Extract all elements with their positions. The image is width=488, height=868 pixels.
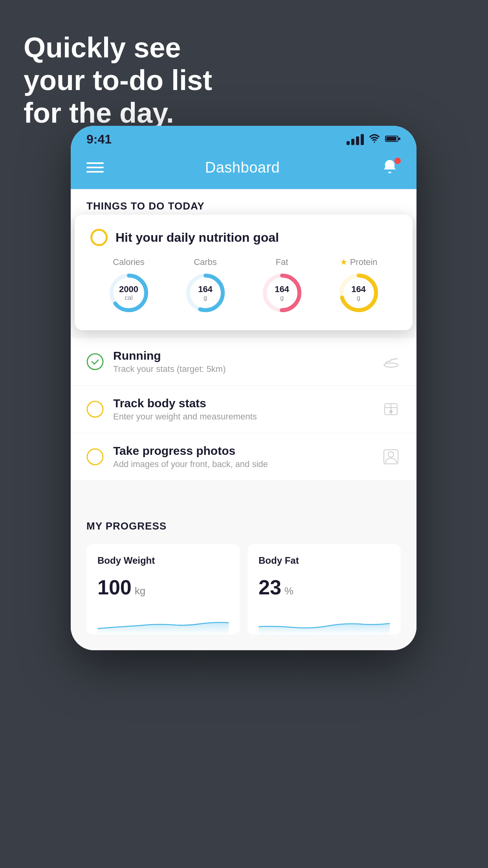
calories-value: 2000 — [119, 284, 138, 294]
body-fat-chart — [259, 611, 390, 634]
macro-carbs: Carbs 164 g — [184, 257, 227, 314]
body-weight-chart — [97, 611, 229, 634]
body-fat-unit: % — [284, 585, 294, 597]
calories-donut: 2000 cal — [107, 271, 150, 314]
nutrition-title: Hit your daily nutrition goal — [116, 230, 279, 245]
protein-value: 164 — [351, 284, 366, 294]
macro-carbs-label: Carbs — [194, 257, 217, 267]
status-icons — [347, 133, 401, 145]
macro-protein: ★ Protein 164 g — [337, 257, 380, 314]
body-weight-card-title: Body Weight — [97, 555, 229, 566]
macro-calories-label: Calories — [113, 257, 145, 267]
spacer — [71, 481, 416, 500]
photos-subtitle: Add images of your front, back, and side — [113, 459, 372, 469]
svg-point-19 — [87, 449, 103, 465]
fat-donut: 164 g — [261, 271, 304, 314]
person-icon — [381, 447, 401, 467]
macros-row: Calories 2000 cal — [90, 257, 397, 314]
body-weight-unit: kg — [135, 585, 145, 597]
body-weight-value: 100 — [97, 576, 132, 599]
hamburger-button[interactable] — [86, 162, 104, 173]
headline: Quickly see your to-do list for the day. — [24, 31, 212, 129]
signal-icon — [347, 134, 364, 145]
body-stats-check-circle[interactable] — [86, 401, 104, 418]
svg-rect-2 — [398, 138, 400, 140]
scale-icon — [381, 399, 401, 419]
macro-fat-label: Fat — [276, 257, 288, 267]
nutrition-check-circle[interactable] — [90, 229, 108, 246]
body-fat-card-title: Body Fat — [259, 555, 390, 566]
macro-calories: Calories 2000 cal — [107, 257, 150, 314]
status-bar: 9:41 — [71, 126, 416, 150]
todo-item-body-stats[interactable]: Track body stats Enter your weight and m… — [71, 386, 416, 433]
body-stats-title: Track body stats — [113, 397, 372, 410]
svg-point-13 — [384, 363, 398, 368]
notification-dot — [394, 158, 401, 164]
svg-point-0 — [374, 142, 375, 143]
phone-frame: 9:41 — [71, 126, 416, 650]
body-stats-subtitle: Enter your weight and measurements — [113, 412, 372, 422]
running-title: Running — [113, 349, 372, 362]
todo-list: Running Track your stats (target: 5km) T… — [71, 338, 416, 481]
carbs-donut: 164 g — [184, 271, 227, 314]
protein-donut: 164 g — [337, 271, 380, 314]
svg-point-18 — [390, 410, 392, 413]
progress-section: MY PROGRESS Body Weight 100 kg — [71, 500, 416, 650]
battery-icon — [385, 133, 401, 145]
todo-item-photos[interactable]: Take progress photos Add images of your … — [71, 433, 416, 481]
body-fat-value: 23 — [259, 576, 281, 599]
app-title: Dashboard — [205, 159, 280, 176]
progress-title: MY PROGRESS — [86, 520, 401, 532]
running-icon — [381, 352, 401, 371]
photos-check-circle[interactable] — [86, 448, 104, 465]
wifi-icon — [369, 133, 380, 145]
macro-fat: Fat 164 g — [261, 257, 304, 314]
todo-item-running[interactable]: Running Track your stats (target: 5km) — [71, 338, 416, 386]
svg-point-21 — [388, 452, 394, 457]
running-check-circle[interactable] — [86, 353, 104, 370]
svg-rect-3 — [386, 137, 396, 141]
body-weight-card[interactable]: Body Weight 100 kg — [86, 544, 240, 634]
svg-point-12 — [87, 354, 103, 370]
svg-point-14 — [87, 401, 103, 417]
things-section-header: THINGS TO DO TODAY — [71, 189, 416, 219]
app-header: Dashboard — [71, 150, 416, 189]
things-section-title: THINGS TO DO TODAY — [86, 200, 205, 212]
nutrition-card: Hit your daily nutrition goal Calories — [75, 215, 413, 330]
bell-icon[interactable] — [381, 158, 401, 177]
fat-value: 164 — [275, 284, 289, 294]
body-fat-card[interactable]: Body Fat 23 % — [248, 544, 401, 634]
progress-cards: Body Weight 100 kg — [86, 544, 401, 634]
macro-protein-label: ★ Protein — [340, 257, 378, 267]
photos-title: Take progress photos — [113, 444, 372, 458]
status-time: 9:41 — [86, 132, 112, 147]
running-subtitle: Track your stats (target: 5km) — [113, 364, 372, 374]
carbs-value: 164 — [198, 284, 213, 294]
star-icon: ★ — [340, 257, 348, 267]
app-content: THINGS TO DO TODAY Hit your daily nutrit… — [71, 189, 416, 650]
